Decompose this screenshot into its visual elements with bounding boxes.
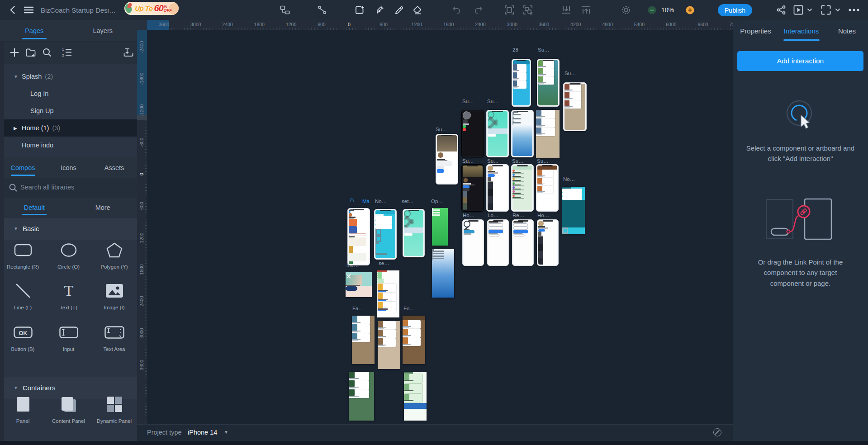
section-header-basic[interactable]: ▼Basic (4, 218, 137, 240)
artboard-label[interactable]: Ho… (463, 213, 474, 218)
artboard-label[interactable]: Su… (462, 158, 474, 164)
page-item-home-1-[interactable]: ▶Home (1)(3) (0, 119, 137, 137)
artboard-thumbnail[interactable] (461, 164, 484, 212)
chevron-right-icon[interactable]: ▶ (14, 126, 19, 131)
tab-interactions[interactable]: Interactions (778, 20, 824, 42)
home-icon[interactable]: ⌂ (350, 196, 354, 204)
artboard-thumbnail[interactable] (352, 316, 375, 364)
artboard-thumbnail[interactable] (404, 372, 427, 421)
promo-banner[interactable]: Up To 60 %OFF (124, 2, 179, 15)
artboard-thumbnail[interactable] (432, 208, 448, 246)
page-item-log-in[interactable]: Log In (0, 85, 137, 102)
artboard-label[interactable]: Su… (512, 158, 524, 164)
page-item-splash[interactable]: ▼Splash(2) (0, 68, 137, 85)
artboard-thumbnail[interactable] (374, 209, 397, 260)
artboard-label[interactable]: Su… (487, 158, 499, 164)
zoom-level[interactable]: 10% (661, 0, 674, 20)
palette-item-dynamic-panel[interactable]: Dynamic Panel (91, 394, 137, 424)
zoom-out-button[interactable] (647, 0, 657, 20)
undo-icon[interactable] (450, 0, 462, 20)
link-tool-icon[interactable] (315, 0, 329, 20)
artboard-label[interactable]: 28 (512, 47, 518, 52)
artboard-thumbnail[interactable] (377, 270, 399, 317)
artboard-thumbnail[interactable] (486, 110, 509, 157)
tab-assets[interactable]: Assets (91, 157, 137, 178)
rotation-icon[interactable] (620, 0, 632, 20)
palette-item-textarea[interactable]: Text Area (91, 322, 137, 352)
palette-item-text[interactable]: TText (T) (46, 280, 91, 310)
artboard-label[interactable]: No… (375, 199, 387, 204)
bring-forward-icon[interactable] (580, 0, 593, 20)
page-item-sign-up[interactable]: Sign Up (0, 102, 137, 119)
sitemap-tool-icon[interactable] (278, 0, 292, 20)
sort-pages-icon[interactable]: 12 (62, 48, 72, 58)
tab-compos[interactable]: Compos (0, 157, 46, 178)
artboard-thumbnail[interactable] (537, 219, 559, 266)
pen-tool-icon[interactable] (374, 0, 386, 20)
eraser-tool-icon[interactable] (411, 0, 424, 20)
fullscreen-button[interactable] (820, 0, 832, 20)
tab-layers[interactable]: Layers (69, 20, 138, 41)
artboard-thumbnail[interactable] (536, 164, 559, 212)
palette-item-line[interactable]: Line (L) (0, 280, 46, 310)
send-backward-icon[interactable] (560, 0, 573, 20)
chevron-down-icon[interactable]: ▼ (14, 385, 18, 390)
more-options-button[interactable] (847, 0, 861, 20)
artboard-thumbnail[interactable] (347, 208, 370, 265)
artboard-thumbnail[interactable] (349, 372, 374, 421)
add-artboard-icon[interactable] (353, 0, 366, 20)
palette-item-circle[interactable]: Circle (O) (46, 240, 91, 270)
add-folder-icon[interactable] (26, 48, 36, 59)
preview-button[interactable] (792, 0, 804, 20)
artboard-label[interactable]: se… (379, 260, 389, 266)
artboard-thumbnail[interactable] (563, 82, 587, 131)
lib-tab-more[interactable]: More (69, 198, 138, 217)
library-search[interactable]: Search all libraries (4, 178, 137, 198)
artboard-thumbnail[interactable] (486, 164, 509, 212)
artboard-label[interactable]: Ho… (537, 213, 549, 218)
fullscreen-dropdown-chevron[interactable] (834, 0, 841, 20)
palette-item-image[interactable]: Image (I) (91, 280, 137, 310)
artboard-thumbnail[interactable]: ✕ (346, 272, 372, 297)
menu-button[interactable] (22, 0, 35, 20)
pencil-tool-icon[interactable] (393, 0, 405, 20)
add-page-icon[interactable] (10, 48, 19, 59)
palette-item-polygon[interactable]: Polygon (Y) (91, 240, 137, 270)
canvas[interactable]: ⌂MaNo…set…Op…La…me…se…Fa…Fo…Su…28Su…Su…S… (147, 30, 733, 424)
tab-properties[interactable]: Properties (733, 20, 778, 42)
palette-item-button[interactable]: OKButton (B) (0, 322, 46, 352)
artboard-label[interactable]: Lo… (488, 213, 498, 218)
tab-notes[interactable]: Notes (824, 20, 868, 42)
lib-tab-default[interactable]: Default (0, 198, 69, 217)
artboard-thumbnail[interactable] (378, 321, 400, 369)
tab-pages[interactable]: Pages (0, 20, 69, 41)
back-button[interactable] (6, 0, 18, 20)
chevron-down-icon[interactable]: ▼ (14, 74, 19, 79)
artboard-label[interactable]: Su… (538, 47, 550, 52)
artboard-label[interactable]: Su… (436, 127, 447, 132)
artboard-label[interactable]: Su… (564, 71, 576, 76)
device-selector[interactable]: iPhone 14 (188, 429, 217, 436)
share-icon[interactable] (775, 0, 787, 20)
search-pages-icon[interactable] (43, 48, 52, 59)
artboard-label[interactable]: set… (402, 199, 414, 204)
artboard-label[interactable]: No… (563, 176, 575, 182)
chevron-down-icon[interactable]: ▼ (14, 226, 18, 231)
artboard-thumbnail[interactable] (487, 219, 509, 266)
artboard-thumbnail[interactable] (432, 249, 454, 298)
palette-item-input[interactable]: Input (46, 322, 91, 352)
artboard-thumbnail[interactable] (436, 134, 458, 185)
zoom-in-button[interactable] (685, 0, 695, 20)
artboard-thumbnail[interactable] (403, 316, 425, 364)
artboard-thumbnail[interactable] (512, 59, 531, 107)
group-icon[interactable] (503, 0, 516, 20)
project-title[interactable]: BizCoach Startup Desi… (41, 0, 116, 20)
publish-button[interactable]: Publish (718, 4, 752, 16)
palette-item-rect[interactable]: Rectangle (R) (0, 240, 46, 270)
artboard-label[interactable]: Op… (431, 199, 443, 204)
preview-dropdown-chevron[interactable] (806, 0, 813, 20)
artboard-thumbnail[interactable] (511, 164, 534, 212)
add-interaction-button[interactable]: Add interaction (737, 51, 863, 71)
import-pages-icon[interactable] (123, 48, 133, 59)
artboard-thumbnail[interactable] (462, 219, 484, 266)
